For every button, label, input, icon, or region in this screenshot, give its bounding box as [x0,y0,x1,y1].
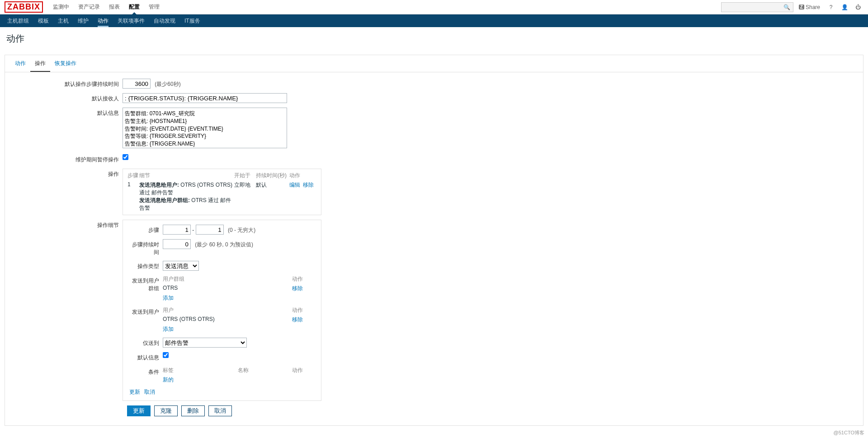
ops-head-step: 步骤 [127,172,139,179]
step-label: 步骤 [129,225,163,234]
search-input[interactable]: 🔍 [721,2,793,12]
group-add-link[interactable]: 添加 [163,295,174,301]
user-row-name: OTRS (OTRS OTRS) [163,316,292,324]
sub-nav: 主机群组 模板 主机 维护 动作 关联项事件 自动发现 IT服务 [0,14,868,27]
user-head-action: 动作 [292,306,315,314]
subnav-hosts[interactable]: 主机 [53,14,73,27]
topnav-monitoring[interactable]: 监测中 [48,0,74,14]
step-dash: - [192,227,195,233]
only-send-select[interactable]: 邮件告警 [163,338,247,348]
share-button[interactable]: Z Share [796,4,823,10]
ops-label: 操作 [14,169,123,178]
topnav-inventory[interactable]: 资产记录 [74,0,104,14]
topnav-reports[interactable]: 报表 [104,0,124,14]
ops-head-start: 开始于 [234,172,256,179]
ops-duration: 默认 [256,181,289,212]
duration-input[interactable] [123,79,151,89]
ops-start: 立即地 [234,181,256,212]
recipient-input[interactable] [123,93,287,103]
top-menu: 监测中 资产记录 报表 配置 管理 [48,0,164,14]
step-to-input[interactable] [196,225,224,235]
ops-line1-bold: 发送消息给用户: [139,182,179,188]
group-head-name: 用户群组 [163,275,292,283]
step-duration-input[interactable] [163,239,191,249]
message-textarea[interactable]: 告警群组: 0701-AWS_研究院 告警主机: {HOSTNAME1} 告警时… [123,108,287,148]
user-remove-link[interactable]: 移除 [292,316,303,323]
subnav-discovery[interactable]: 自动发现 [149,14,180,27]
pause-label: 维护期间暂停操作 [14,154,123,164]
subnav-hostgroups[interactable]: 主机群组 [3,14,33,27]
watermark: @51CTO博客 [834,429,864,430]
tab-recovery[interactable]: 恢复操作 [50,55,81,72]
only-send-label: 仅送到 [129,338,163,347]
duration-label: 默认操作步骤持续时间 [14,79,123,88]
detail-cancel-link[interactable]: 取消 [144,389,155,395]
page-title: 动作 [0,27,868,50]
ops-line2-bold: 发送消息给用户群组: [139,197,190,203]
recipient-label: 默认接收人 [14,93,123,103]
op-type-select[interactable]: 发送消息 [163,261,199,271]
delete-button[interactable]: 删除 [181,405,205,416]
ops-remove-link[interactable]: 移除 [303,182,314,188]
ops-step: 1 [127,181,139,212]
ops-edit-link[interactable]: 编辑 [289,182,300,188]
form: 默认操作步骤持续时间 (最少60秒) 默认接收人 默认信息 告警群组: 0701… [5,72,863,416]
ops-detail: 发送消息给用户: OTRS (OTRS OTRS) 通过 邮件告警 发送消息给用… [139,181,234,212]
cond-head-tag: 标签 [163,367,238,374]
default-message-label: 默认信息 [129,352,163,362]
subnav-maintenance[interactable]: 维护 [73,14,93,27]
send-user-label: 发送到用户 [129,306,163,316]
subnav-correlation[interactable]: 关联项事件 [113,14,149,27]
topnav-administration[interactable]: 管理 [144,0,164,14]
top-nav: ZABBIX 监测中 资产记录 报表 配置 管理 🔍 Z Share ? 👤 ⏻ [0,0,868,14]
subnav-templates[interactable]: 模板 [33,14,53,27]
default-message-checkbox[interactable] [163,352,169,358]
ops-head-duration: 持续时间(秒) [256,172,289,179]
cond-head-name: 名称 [238,367,292,374]
ops-table: 步骤 细节 开始于 持续时间(秒) 动作 1 发送消息给用户: OTRS (OT… [123,169,321,215]
group-head-action: 动作 [292,275,315,283]
step-duration-label: 步骤持续时间 [129,239,163,256]
op-type-label: 操作类型 [129,261,163,270]
pause-checkbox[interactable] [123,154,128,160]
send-group-label: 发送到用户群组 [129,275,163,292]
duration-hint: (最少60秒) [155,81,180,87]
update-button[interactable]: 更新 [127,405,151,416]
message-label: 默认信息 [14,108,123,117]
user-head-name: 用户 [163,306,292,314]
ops-head-detail: 细节 [139,172,234,179]
details-label: 操作细节 [14,220,123,229]
cancel-button[interactable]: 取消 [208,405,232,416]
step-duration-hint: (最少 60 秒, 0 为预设值) [195,241,253,248]
subnav-itservices[interactable]: IT服务 [180,14,205,27]
user-icon[interactable]: 👤 [839,2,850,13]
power-icon[interactable]: ⏻ [853,2,863,13]
topnav-configuration[interactable]: 配置 [124,0,144,14]
step-from-input[interactable] [163,225,191,235]
ops-head-action: 动作 [289,172,316,179]
user-add-link[interactable]: 添加 [163,326,174,332]
main-card: 动作 操作 恢复操作 默认操作步骤持续时间 (最少60秒) 默认接收人 默认信息… [5,55,863,426]
cond-new-link[interactable]: 新的 [163,377,174,383]
group-remove-link[interactable]: 移除 [292,285,303,292]
condition-label: 条件 [129,367,163,376]
z-badge-icon: Z [799,5,804,9]
tabs: 动作 操作 恢复操作 [5,55,863,72]
logo: ZABBIX [5,1,43,13]
clone-button[interactable]: 克隆 [154,405,178,416]
share-label: Share [806,4,820,10]
tab-operations[interactable]: 操作 [30,55,50,72]
detail-box: 步骤 - (0 - 无穷大) 步骤持续时间 (最少 60 秒, 0 为预设 [123,220,321,401]
subnav-actions[interactable]: 动作 [93,14,113,27]
help-icon[interactable]: ? [826,2,836,13]
search-icon: 🔍 [783,4,790,10]
detail-update-link[interactable]: 更新 [129,389,140,395]
group-row-name: OTRS [163,285,292,292]
cond-head-action: 动作 [292,367,315,374]
step-hint: (0 - 无穷大) [228,227,255,233]
tab-action[interactable]: 动作 [10,55,30,72]
